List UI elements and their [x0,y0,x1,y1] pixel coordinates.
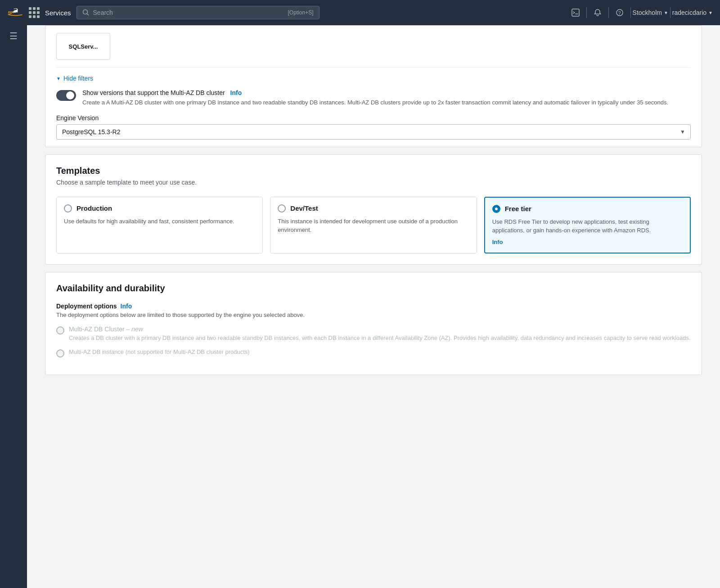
availability-section: Availability and durability Deployment o… [45,272,702,375]
template-devtest[interactable]: Dev/Test This instance is intended for d… [270,197,477,253]
aws-logo[interactable]: aws [7,7,23,18]
engine-icon: SQLServ... [56,33,110,60]
bell-icon-button[interactable] [589,4,607,22]
template-production-desc: Use defaults for high availability and f… [64,217,255,226]
svg-text:?: ? [618,10,621,16]
svg-rect-2 [572,9,579,16]
deploy-option-multi-az-cluster-content: Multi-AZ DB Cluster – new Creates a DB c… [69,326,691,343]
template-production-header: Production [64,204,255,213]
template-freetier-radio [492,205,500,213]
engine-version-select[interactable]: PostgreSQL 15.3-R2 PostgreSQL 15.2-R2 Po… [56,124,691,140]
filters-section: ▼ Hide filters Show versions that suppor… [56,75,691,140]
sidebar-toggle-icon[interactable]: ☰ [9,31,18,41]
nav-divider-2 [608,7,609,18]
search-bar[interactable]: [Option+S] [76,6,320,19]
user-menu[interactable]: radecicdario ▼ [672,9,713,16]
template-production-radio [64,204,72,213]
templates-section: Templates Choose a sample template to me… [45,154,702,265]
multi-az-toggle-label: Show versions that support the Multi-AZ … [82,89,691,96]
grid-menu-icon[interactable] [29,7,40,18]
sidebar: ☰ [0,25,27,588]
services-nav-button[interactable]: Services [45,9,71,17]
nav-icons-group: ? Stockholm ▼ radecicdario ▼ [567,4,713,22]
deploy-option-multi-az-instance-label: Multi-AZ DB instance (not supported for … [69,348,250,355]
engine-label: SQLServ... [69,43,98,50]
top-navigation: aws Services [Option+S] [0,0,720,25]
deploy-option-multi-az-instance-radio [56,349,64,357]
svg-text:aws: aws [8,10,15,14]
nav-divider-4 [670,7,670,18]
template-freetier-header: Free tier [492,205,683,213]
engine-version-label: Engine Version [56,114,691,122]
engine-logo-row: SQLServ... [56,33,691,60]
search-input[interactable] [93,9,284,16]
deploy-option-multi-az-instance: Multi-AZ DB instance (not supported for … [56,348,691,357]
search-icon [82,9,90,16]
multi-az-label-block: Show versions that support the Multi-AZ … [82,89,691,107]
terminal-icon-button[interactable] [567,4,585,22]
engine-selection-card: SQLServ... ▼ Hide filters Show versions … [45,25,702,147]
nav-divider-3 [630,7,631,18]
hide-filters-toggle[interactable]: ▼ Hide filters [56,75,691,82]
region-selector[interactable]: Stockholm ▼ [633,9,668,16]
template-freetier-name: Free tier [505,205,531,213]
multi-az-description: Create a A Multi-AZ DB cluster with one … [82,98,691,107]
deploy-option-multi-az-instance-content: Multi-AZ DB instance (not supported for … [69,348,250,355]
deploy-option-multi-az-cluster-label: Multi-AZ DB Cluster – new [69,326,691,333]
template-devtest-name: Dev/Test [290,204,318,212]
engine-version-select-wrapper: PostgreSQL 15.3-R2 PostgreSQL 15.2-R2 Po… [56,124,691,140]
deployment-options-label: Deployment options Info [56,303,691,310]
search-shortcut: [Option+S] [288,9,313,16]
deployment-info-link[interactable]: Info [121,303,132,310]
toggle-track[interactable] [56,90,76,101]
templates-title: Templates [56,166,691,176]
main-content: SQLServ... ▼ Hide filters Show versions … [27,25,720,588]
help-icon-button[interactable]: ? [611,4,629,22]
triangle-icon: ▼ [56,76,61,81]
deployment-options-area: Deployment options Info The deployment o… [56,303,691,358]
template-freetier[interactable]: Free tier Use RDS Free Tier to develop n… [484,197,691,253]
multi-az-toggle[interactable] [56,90,76,101]
multi-az-info-link[interactable]: Info [230,89,242,96]
deploy-option-multi-az-cluster-radio [56,326,64,335]
toggle-knob [66,91,74,100]
template-production[interactable]: Production Use defaults for high availab… [56,197,263,253]
deploy-option-multi-az-cluster: Multi-AZ DB Cluster – new Creates a DB c… [56,326,691,343]
template-devtest-header: Dev/Test [278,204,469,213]
template-freetier-info-link[interactable]: Info [492,239,683,245]
template-devtest-radio [278,204,286,213]
nav-divider-1 [586,7,587,18]
template-devtest-desc: This instance is intended for developmen… [278,217,469,235]
deployment-description: The deployment options below are limited… [56,312,691,318]
multi-az-filter-row: Show versions that support the Multi-AZ … [56,89,691,107]
template-freetier-desc: Use RDS Free Tier to develop new applica… [492,217,683,235]
region-caret-icon: ▼ [664,10,668,15]
template-grid: Production Use defaults for high availab… [56,197,691,253]
availability-title: Availability and durability [56,283,691,294]
engine-version-field: Engine Version PostgreSQL 15.3-R2 Postgr… [56,114,691,140]
template-production-name: Production [76,204,112,212]
user-caret-icon: ▼ [708,10,713,15]
deploy-option-multi-az-cluster-desc: Creates a DB cluster with a primary DB i… [69,334,691,343]
templates-subtitle: Choose a sample template to meet your us… [56,179,691,186]
